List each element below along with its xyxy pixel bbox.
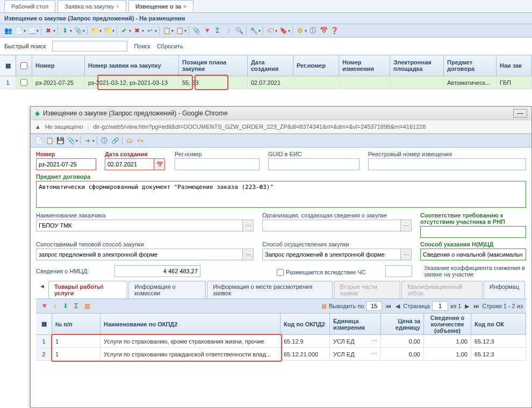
lookup-icon[interactable]: ⋯	[243, 249, 254, 260]
col-plosh[interactable]: Электронная площадка	[390, 55, 444, 76]
input-zakaz[interactable]	[36, 220, 243, 231]
pager-perpage[interactable]	[366, 301, 382, 311]
icol-price[interactable]: Цена за единицу	[381, 314, 424, 334]
copy-icon[interactable]: 📋	[45, 136, 54, 145]
itab-info[interactable]: Информац	[484, 281, 525, 298]
flag-icon[interactable]: 🔖	[278, 26, 288, 35]
calendar-icon[interactable]: 📅	[154, 158, 165, 170]
input-nmcd[interactable]	[114, 265, 200, 277]
input-guid[interactable]	[268, 158, 360, 170]
excel-icon[interactable]: ⬇	[60, 26, 70, 35]
page-icon[interactable]: 📃	[27, 26, 37, 35]
table-icon[interactable]: ▦	[321, 303, 327, 310]
filter2-icon[interactable]: 🔍	[234, 26, 244, 35]
close-icon[interactable]: ×	[116, 4, 119, 10]
sort-icon[interactable]: ↕	[224, 26, 233, 35]
col-nai[interactable]: Наи зак	[497, 55, 532, 76]
tool1-icon[interactable]: 🔧	[249, 26, 258, 35]
input-sposob2[interactable]	[262, 249, 401, 260]
lookup-icon[interactable]: ⋯	[243, 220, 254, 231]
pager-first-icon[interactable]: ⏮	[384, 303, 392, 309]
lookup-icon[interactable]: ⋯	[401, 220, 412, 231]
excel-icon[interactable]: ⬇	[61, 301, 70, 311]
select-coef[interactable]	[385, 265, 412, 277]
itab-goods[interactable]: Товары\ работы\ услуги	[48, 281, 127, 298]
badge-icon[interactable]: 🏷	[265, 26, 275, 35]
grid-corner[interactable]: ▦	[0, 55, 16, 76]
users-icon[interactable]: 👥	[3, 26, 13, 35]
col-reg[interactable]: Рег.номер	[293, 55, 339, 76]
icol-okpd[interactable]: Код по ОКПД2	[281, 314, 330, 334]
col-predmet[interactable]: Предмет договора	[444, 55, 497, 76]
clipboard2-icon[interactable]: 📋	[175, 26, 184, 35]
folder1-icon[interactable]: 📁	[90, 26, 99, 35]
save-icon[interactable]: 💾	[55, 136, 65, 145]
linkp-icon[interactable]: 🔗	[110, 136, 120, 145]
checkbox-chs[interactable]	[277, 269, 284, 276]
pager-page[interactable]	[432, 301, 448, 311]
pager-last-icon[interactable]: ⏭	[472, 303, 480, 309]
clip-icon[interactable]: 📎	[191, 26, 201, 35]
inner-grid-row[interactable]: 2 1 Услуги по страхованию гражданской от…	[36, 348, 526, 361]
tab-notice[interactable]: Извещение о за×	[128, 0, 193, 12]
delete-icon[interactable]: ✖	[44, 26, 53, 35]
sigma-icon[interactable]: Σ	[213, 26, 222, 35]
itab-place[interactable]: Информация о месте рассмотрения заявок	[207, 281, 333, 298]
icol-ed[interactable]: Единица измерения	[330, 314, 381, 334]
reset-button[interactable]: Сбросить	[157, 43, 183, 49]
icol-okv[interactable]: Код по ОК	[471, 314, 526, 334]
lookup-icon[interactable]: ⋯	[371, 338, 377, 345]
input-sposob1[interactable]	[36, 249, 243, 260]
tab-desktop[interactable]: Рабочий стол	[4, 0, 55, 12]
keyp-icon[interactable]: 🗝	[135, 136, 145, 145]
clipboard-icon[interactable]: 📋	[162, 26, 171, 35]
lookup-icon[interactable]: ⋯	[401, 249, 412, 260]
icol-qty[interactable]: Сведения о количестве (объеме)	[424, 314, 471, 334]
pager-prev-icon[interactable]: ◀	[394, 303, 401, 310]
sendp-icon[interactable]: ➜	[83, 136, 92, 145]
search-button[interactable]: Поиск	[134, 43, 150, 49]
infop-icon[interactable]: ⓘ	[99, 136, 109, 145]
tab-request[interactable]: Заявка на закупку×	[57, 0, 126, 12]
icol-name[interactable]: Наименование по ОКПД2	[100, 314, 281, 334]
attach-icon[interactable]: 📎	[73, 26, 83, 35]
grid-row[interactable]: 1 рз-2021-07-25 рз-2021-03-12, рз-2021-0…	[0, 76, 532, 89]
input-sposob3[interactable]	[420, 249, 526, 260]
row-check[interactable]	[16, 76, 32, 89]
return-icon[interactable]: ↩	[145, 26, 155, 35]
sigma-icon[interactable]: Σ	[71, 301, 81, 311]
cal-icon[interactable]: 📅	[319, 26, 328, 35]
lookup-icon[interactable]: ⋯	[371, 351, 377, 358]
col-izm[interactable]: Номер изменения	[339, 55, 390, 76]
input-reg[interactable]	[175, 158, 260, 170]
tabs-prev-icon[interactable]: ◄	[36, 281, 48, 298]
info-icon[interactable]: ⓘ	[308, 26, 318, 35]
cols-icon[interactable]: ▦	[82, 301, 92, 311]
search-input[interactable]	[52, 41, 127, 52]
col-nomer[interactable]: Номер	[32, 55, 85, 76]
icol-npp[interactable]: № п/п	[52, 314, 100, 334]
doc-icon[interactable]: 📄	[14, 26, 24, 35]
col-poz[interactable]: Позиция плана закупки	[179, 55, 248, 76]
minimize-icon[interactable]: —	[513, 109, 527, 118]
reject-icon[interactable]: ✖	[132, 26, 142, 35]
folder2-icon[interactable]: 📁	[103, 26, 112, 35]
igrid-corner[interactable]: ▦	[36, 314, 52, 334]
cfg1-icon[interactable]: ⚙	[295, 26, 305, 35]
send-icon[interactable]: ✔	[119, 26, 129, 35]
help-icon[interactable]: ❓	[329, 26, 339, 35]
close-icon[interactable]: ×	[183, 4, 186, 10]
col-date[interactable]: Дата создания	[248, 55, 293, 76]
grid-checkall[interactable]	[16, 55, 32, 76]
input-rnp[interactable]	[420, 226, 526, 238]
inner-grid-row[interactable]: 1 1 Услуги по страхованию, кроме страхов…	[36, 335, 526, 348]
pager-next-icon[interactable]: ▶	[464, 303, 470, 310]
col-zayavka[interactable]: Номер заявки на закупку	[85, 55, 179, 76]
new-icon[interactable]: 📄	[34, 136, 44, 145]
stackp-icon[interactable]: 🗂	[125, 136, 134, 145]
itab-commission[interactable]: Информация о комиссии	[128, 281, 206, 298]
filter-icon[interactable]: 🔻	[202, 26, 212, 35]
sort-icon[interactable]: ↕	[50, 301, 60, 311]
input-predmet[interactable]: Автоматически сформированный документ "Р…	[36, 181, 526, 208]
attach2-icon[interactable]: 📎	[66, 136, 76, 145]
